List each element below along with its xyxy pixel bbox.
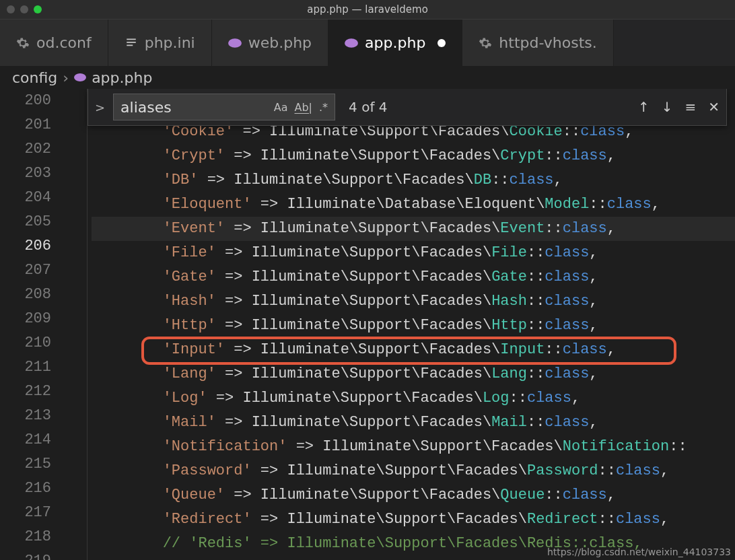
tab-label: od.conf [36,34,92,51]
fold-rail [67,89,88,560]
find-case-toggle[interactable]: Aa [274,101,288,114]
tab-web-php[interactable]: web.php [212,20,328,66]
code-line[interactable]: 'Notification' => Illuminate\Support\Fac… [92,435,735,459]
line-number: 210 [0,331,51,355]
line-number: 213 [0,404,51,428]
line-number: 202 [0,137,51,162]
find-nav: ↑ ↓ ≡ ✕ [638,99,720,115]
find-widget: > Aa Ab| .* 4 of 4 ↑ ↓ ≡ ✕ [88,89,727,126]
line-number: 209 [0,307,51,331]
tab-od-conf[interactable]: od.conf [0,20,108,66]
tab-label: httpd-vhosts. [499,34,596,51]
line-number: 218 [0,525,51,549]
breadcrumb[interactable]: config › app.php [0,66,735,89]
line-number: 214 [0,428,51,452]
code-line[interactable]: 'Input' => Illuminate\Support\Facades\In… [92,338,735,362]
chevron-right-icon: › [63,69,69,86]
zoom-dot[interactable] [34,5,42,13]
find-next-button[interactable]: ↓ [662,99,673,115]
tabbar: od.confphp.iniweb.phpapp.phphttpd-vhosts… [0,19,735,66]
find-status: 4 of 4 [349,99,387,115]
code-line[interactable]: 'Crypt' => Illuminate\Support\Facades\Cr… [92,144,735,168]
find-input[interactable] [120,99,235,116]
code-editor[interactable]: 2002012022032042052062072082092102112122… [0,89,735,560]
line-number: 217 [0,501,51,525]
svg-point-0 [228,38,242,47]
code-line[interactable]: 'Event' => Illuminate\Support\Facades\Ev… [92,217,735,241]
code-line[interactable]: 'Lang' => Illuminate\Support\Facades\Lan… [92,362,735,386]
php-icon [74,69,86,86]
watermark-text: https://blog.csdn.net/weixin_44103733 [547,547,731,557]
line-number-gutter: 2002012022032042052062072082092102112122… [0,89,67,560]
find-regex-toggle[interactable]: .* [319,101,328,114]
svg-point-1 [345,38,358,47]
tab-label: php.ini [145,34,195,51]
window-titlebar: app.php — laraveldemo [0,0,735,19]
line-number: 208 [0,283,51,307]
find-selection-toggle[interactable]: ≡ [685,99,696,115]
code-line[interactable]: 'Gate' => Illuminate\Support\Facades\Gat… [92,265,735,289]
gear-icon [479,36,492,50]
line-number: 204 [0,186,51,210]
code-line[interactable]: 'Http' => Illuminate\Support\Facades\Htt… [92,314,735,338]
code-line[interactable]: 'Eloquent' => Illuminate\Database\Eloque… [92,193,735,217]
line-number: 211 [0,355,51,380]
code-line[interactable]: 'File' => Illuminate\Support\Facades\Fil… [92,241,735,265]
find-close-button[interactable]: ✕ [708,99,720,115]
php-icon [228,36,242,50]
tab-app-php[interactable]: app.php [328,20,462,66]
line-number: 203 [0,162,51,186]
code-line[interactable]: 'Mail' => Illuminate\Support\Facades\Mai… [92,411,735,435]
find-options: Aa Ab| .* [274,101,328,114]
line-number: 205 [0,210,51,234]
find-word-toggle[interactable]: Ab| [295,101,313,114]
line-number: 219 [0,549,51,560]
text-icon [125,36,138,50]
gear-icon [16,36,30,50]
line-number: 215 [0,452,51,477]
tab-label: app.php [365,34,425,51]
find-prev-button[interactable]: ↑ [638,99,650,115]
line-number: 206 [0,234,51,258]
window-title: app.php — laraveldemo [307,3,428,15]
code-line[interactable]: 'Password' => Illuminate\Support\Facades… [92,459,735,483]
code-line[interactable]: 'Queue' => Illuminate\Support\Facades\Qu… [92,483,735,508]
traffic-lights [7,5,42,13]
line-number: 200 [0,89,51,113]
breadcrumb-folder[interactable]: config [12,69,57,86]
line-number: 216 [0,477,51,501]
tab-httpd-vhosts-[interactable]: httpd-vhosts. [462,20,613,66]
tab-label: web.php [248,34,312,51]
code-line[interactable]: 'DB' => Illuminate\Support\Facades\DB::c… [92,168,735,193]
php-icon [345,36,358,50]
close-dot[interactable] [7,5,15,13]
line-number: 201 [0,113,51,137]
code-line[interactable]: 'Hash' => Illuminate\Support\Facades\Has… [92,289,735,314]
svg-point-2 [74,73,86,81]
breadcrumb-file[interactable]: app.php [92,69,152,86]
code-line[interactable]: 'Redirect' => Illuminate\Support\Facades… [92,508,735,532]
line-number: 212 [0,380,51,404]
code-body[interactable]: 'Cookie' => Illuminate\Support\Facades\C… [88,89,735,560]
find-expand-toggle[interactable]: > [95,100,105,114]
tab-php-ini[interactable]: php.ini [108,20,212,66]
min-dot[interactable] [20,5,28,13]
unsaved-indicator [438,39,446,47]
line-number: 207 [0,258,51,283]
code-line[interactable]: 'Log' => Illuminate\Support\Facades\Log:… [92,386,735,411]
find-input-box: Aa Ab| .* [113,94,335,120]
